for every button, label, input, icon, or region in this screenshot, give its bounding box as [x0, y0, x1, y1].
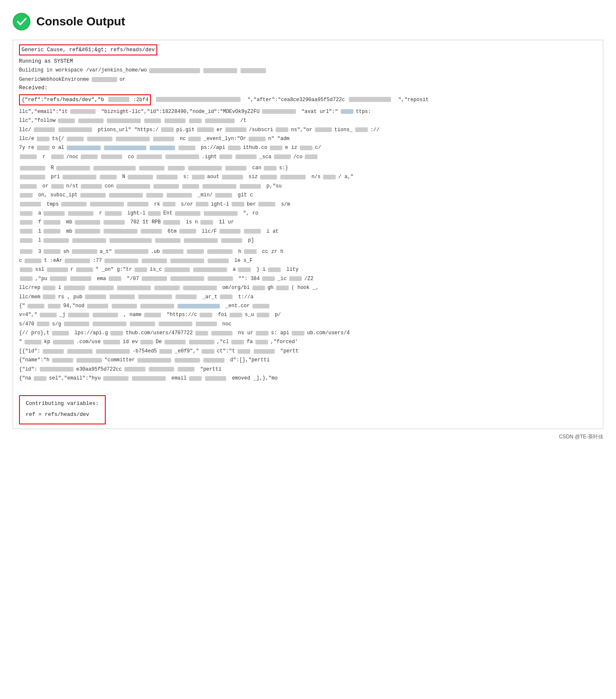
page-title: Console Output	[36, 15, 125, 28]
console-json-row-7: R can s:}	[19, 164, 597, 172]
console-json-row-22: {" 94,"nod _ent.cor	[19, 302, 597, 310]
console-json-row-26: " kp .com/use id ev De ,"cl fa ,"forced'	[19, 338, 597, 346]
console-json-row-16: 3 sh a_t" .ub h cc zr h	[19, 248, 597, 256]
header: Console Output	[13, 8, 603, 30]
console-json-row-13: f mb 702 1t RPB is n 1l ur	[19, 218, 597, 226]
console-json-row-1: llc","email":"it "biznight-llc","id":182…	[19, 107, 597, 116]
console-line-5: Received:	[19, 84, 597, 92]
console-line-3: Building in workspace /var/jenkins_home/…	[19, 66, 597, 74]
check-circle-icon	[13, 13, 30, 30]
console-json-row-23: v=4"," _j , name "https://c foi s_u p/	[19, 311, 597, 319]
console-json-row-28: {"name":"h "committer d":[],"pertti	[19, 356, 597, 364]
footer-note: CSDN @TE-茶叶佳	[13, 433, 603, 440]
console-json-row-11: tmps rk s/or ight-l ber s/m	[19, 200, 597, 209]
redacted-block	[203, 68, 237, 73]
highlighted-line-6: {"ref":"refs/heads/dev","b :2bf4	[19, 94, 151, 105]
console-json-row-9: or n/st con p,"su	[19, 182, 597, 190]
console-json-row-12: a r ight-l Ent ", ro	[19, 209, 597, 217]
console-json-row-8: pri N s: aout siz n/s / a,"	[19, 173, 597, 181]
console-json-row-24: s/470 s/g noc	[19, 320, 597, 328]
console-json-row-17: c t :eAr :77 le s_F	[19, 256, 597, 265]
console-json-row-4: llc/e ts{/ nc _event_lyn:"Or n" "adm	[19, 135, 597, 143]
svg-point-0	[13, 13, 30, 30]
console-json-row-21: llc/mem rs , pub _ar_t t://a	[19, 293, 597, 301]
console-line-1-text: Generic Cause, ref&#61;&gt; refs/heads/d…	[22, 47, 155, 53]
console-json-row-19: ,"pu ema "/07 "": 384 _ic /Z2	[19, 275, 597, 283]
contributing-label: Contributing variables:	[26, 399, 99, 408]
console-line-4: GenericWebhookEnvironme or	[19, 75, 597, 84]
highlighted-line-1: Generic Cause, ref&#61;&gt; refs/heads/d…	[19, 44, 157, 55]
console-json-row-20: llc/rep i om/org/bi gh ( hook _,	[19, 283, 597, 292]
console-json-row-14: 1 mb 6tm llc/F i at	[19, 227, 597, 236]
console-line-2: Running as SYSTEM	[19, 58, 597, 66]
page-wrapper: Console Output Generic Cause, ref&#61;&g…	[0, 0, 616, 699]
console-json-row-2: llc","follow /t	[19, 116, 597, 125]
console-json-row-3: llc/ ptions_url" "https:/ pi.git er /sub…	[19, 126, 597, 134]
console-line-6-text: {"ref":"refs/heads/dev","b	[22, 97, 104, 103]
contributing-value: ref = refs/heads/dev	[26, 410, 99, 419]
redacted-block	[92, 77, 117, 82]
console-json-row-15: l p]	[19, 236, 597, 245]
console-json-row-29: {"id": e30aa95f5d722cc "pertti	[19, 365, 597, 374]
console-json-row-6: r /noc co .ight _sca /co	[19, 153, 597, 161]
console-json-row-5: 7y re o al ps://api ithub.co e iz c/	[19, 143, 597, 152]
contributing-variables-box: Contributing variables: ref = refs/heads…	[19, 395, 106, 424]
console-json-row-27: [{"id": -b754ed5 _e0f9"," ct":"t "pertt	[19, 347, 597, 355]
console-json-row-25: {// pro},t lps://api.g thub.com/users/47…	[19, 329, 597, 337]
console-output: Generic Cause, ref&#61;&gt; refs/heads/d…	[13, 40, 603, 429]
console-json-row-30: {"na sel","email":"hyu email emoved _],}…	[19, 374, 597, 383]
redacted-block	[149, 68, 200, 73]
console-json-row-18: ssl r " _on" g:"tr is_c a } i lity	[19, 265, 597, 274]
redacted-block	[241, 68, 266, 73]
console-json-row-10: on, subsc_ipt _min/ git c	[19, 191, 597, 199]
